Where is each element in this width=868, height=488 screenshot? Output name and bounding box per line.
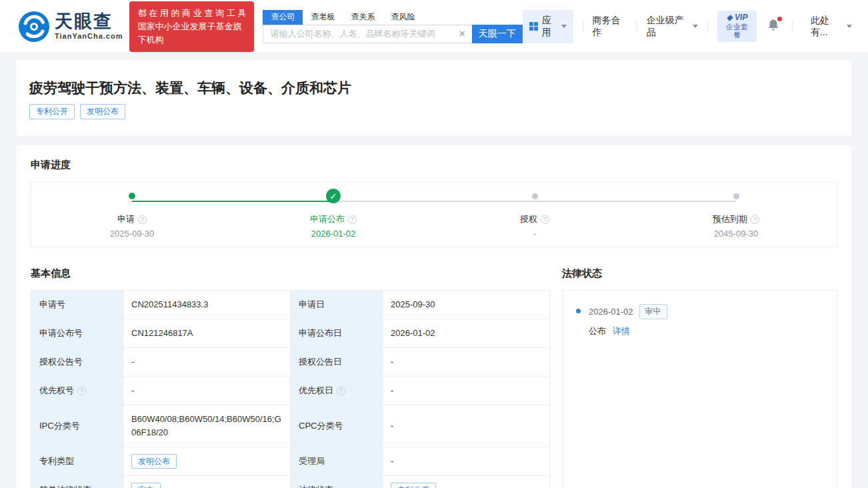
field-value: 发明公布 [123, 447, 291, 476]
tianyancha-logo-icon [19, 11, 49, 42]
field-value: 审中 [123, 476, 291, 488]
simple-legal-status-badge[interactable]: 审中 [131, 483, 161, 488]
legal-pending-badge: 审中 [639, 304, 667, 319]
nav-enterprise-products[interactable]: 企业级产品 [647, 15, 698, 39]
patent-type-badge[interactable]: 发明公布 [131, 454, 177, 469]
field-value: - [383, 377, 550, 405]
notification-bell-icon[interactable] [767, 19, 779, 34]
search-row: ✕ 天眼一下 [263, 25, 522, 43]
field-value: CN202511434833.3 [123, 291, 291, 319]
legal-status-section: 法律状态 2026-01-02 审中 公布 详情 [562, 267, 837, 488]
tab-search-boss[interactable]: 查老板 [303, 10, 343, 25]
promo-line1: 都在用的商业查询工具 [137, 7, 246, 20]
tab-search-risk[interactable]: 查风险 [383, 10, 423, 25]
nav-divider [637, 22, 637, 31]
user-account-menu[interactable]: 此处有... [811, 15, 852, 39]
table-row: 优先权号? - 优先权日? - [31, 377, 550, 405]
legal-status-badge[interactable]: 专利公开 [391, 483, 436, 488]
table-row: IPC分类号 B60W40/08;B60W50/14;B60W50/16;G06… [31, 405, 550, 447]
field-label: 申请号 [31, 291, 123, 319]
field-label: 申请日 [291, 291, 383, 319]
help-icon[interactable]: ? [77, 387, 86, 395]
promo-line2: 国家中小企业发展子基金旗下机构 [137, 20, 246, 47]
search-input[interactable] [263, 25, 471, 43]
legal-status-date: 2026-01-02 [589, 307, 633, 317]
field-value: CN121246817A [123, 319, 291, 348]
search-input-wrap: ✕ [263, 25, 471, 43]
application-progress-timeline: 申请 ? 2025-09-30 ✓ 申请公布 ? 2026-01-02 [31, 182, 837, 247]
nav-divider [707, 22, 708, 31]
field-label: 授权公告日 [291, 348, 383, 377]
vip-package-button[interactable]: ◆ VIP 企业套餐 [717, 11, 757, 42]
tag-patent-public[interactable]: 专利公开 [29, 104, 75, 119]
legal-action: 公布 [589, 326, 606, 336]
help-icon[interactable]: ? [751, 215, 759, 224]
patent-detail-card: 申请进度 申请 ? 2025-09-30 ✓ 申请公布 ? [17, 145, 851, 488]
field-label: 申请公布号 [31, 319, 123, 348]
field-value: 2026-01-02 [383, 319, 550, 348]
timeline-step-estimated-expiry: 预估到期 ? 2045-09-30 [635, 183, 837, 247]
help-icon[interactable]: ? [337, 387, 345, 395]
main-content: 疲劳驾驶干预方法、装置、车辆、设备、介质和芯片 专利公开 发明公布 申请进度 申… [17, 60, 851, 488]
top-header: 天眼查 TianYanCha.com 都在用的商业查询工具 国家中小企业发展子基… [0, 0, 868, 53]
vip-diamond-icon: ◆ [726, 13, 732, 22]
basic-info-section: 基本信息 申请号 CN202511434833.3 申请日 2025-09-30… [31, 267, 549, 488]
logo-text: 天眼查 TianYanCha.com [55, 13, 123, 40]
help-icon[interactable]: ? [348, 215, 357, 224]
field-label: 申请公布日 [291, 319, 383, 348]
timeline-check-icon: ✓ [326, 189, 341, 203]
timeline-step-publication: ✓ 申请公布 ? 2026-01-02 [233, 183, 434, 247]
timeline-dot-pending [733, 193, 739, 199]
help-icon[interactable]: ? [541, 215, 549, 224]
tianyancha-logo[interactable]: 天眼查 TianYanCha.com [19, 11, 123, 42]
field-value: - [383, 348, 550, 377]
field-label: 法律状态 [291, 476, 383, 488]
legal-status-panel: 2026-01-02 审中 公布 详情 [562, 290, 837, 488]
field-value: - [123, 377, 291, 405]
promo-badge: 都在用的商业查询工具 国家中小企业发展子基金旗下机构 [129, 1, 254, 52]
detail-columns: 基本信息 申请号 CN202511434833.3 申请日 2025-09-30… [31, 267, 837, 488]
step-label: 预估到期 [713, 213, 747, 225]
tab-search-company[interactable]: 查公司 [263, 10, 303, 25]
table-row: 授权公告号 - 授权公告日 - [31, 348, 550, 377]
basic-info-heading: 基本信息 [31, 267, 549, 280]
field-value: - [123, 348, 291, 377]
table-row: 申请公布号 CN121246817A 申请公布日 2026-01-02 [31, 319, 550, 348]
field-label: 优先权号? [31, 377, 123, 405]
field-value: - [383, 447, 550, 476]
tab-search-relation[interactable]: 查关系 [343, 10, 383, 25]
user-name: 此处有... [811, 15, 843, 39]
patent-title-card: 疲劳驾驶干预方法、装置、车辆、设备、介质和芯片 专利公开 发明公布 [17, 60, 851, 136]
page-title: 疲劳驾驶干预方法、装置、车辆、设备、介质和芯片 [29, 79, 839, 97]
timeline-dot-pending [532, 193, 538, 199]
step-label: 申请 [117, 213, 135, 225]
help-icon[interactable]: ? [138, 215, 147, 224]
search-button[interactable]: 天眼一下 [472, 25, 523, 43]
apps-menu-button[interactable]: 应用 [523, 10, 573, 43]
field-label: IPC分类号 [31, 405, 123, 447]
nav-business-cooperation[interactable]: 商务合作 [593, 15, 627, 39]
chevron-down-icon [847, 25, 852, 28]
basic-info-table: 申请号 CN202511434833.3 申请日 2025-09-30 申请公布… [31, 290, 550, 488]
field-value: B60W40/08;B60W50/14;B60W50/16;G06F18/20 [123, 405, 291, 447]
field-value: 2025-09-30 [383, 291, 550, 319]
search-block: 查公司 查老板 查关系 查风险 ✕ 天眼一下 [263, 10, 522, 43]
clear-icon[interactable]: ✕ [459, 29, 466, 39]
field-value: - [383, 405, 550, 447]
step-label: 申请公布 [310, 213, 345, 225]
step-date: 2045-09-30 [714, 229, 759, 239]
tag-invention-publication[interactable]: 发明公布 [80, 104, 125, 119]
chevron-down-icon [561, 25, 567, 28]
field-label: 专利类型 [31, 447, 123, 476]
list-item: 2026-01-02 审中 公布 详情 [576, 304, 823, 337]
timeline-segment-done [132, 201, 333, 202]
legal-detail-link[interactable]: 详情 [613, 326, 630, 336]
notification-dot [777, 17, 782, 21]
apps-label: 应用 [542, 15, 558, 39]
step-date: - [533, 229, 536, 239]
table-row: 简单法律状态 审中 法律状态 专利公开 [31, 476, 550, 488]
timeline-step-application: 申请 ? 2025-09-30 [31, 183, 233, 247]
field-label: 受理局 [291, 447, 383, 476]
progress-heading: 申请进度 [31, 159, 837, 171]
legal-status-heading: 法律状态 [562, 267, 837, 280]
